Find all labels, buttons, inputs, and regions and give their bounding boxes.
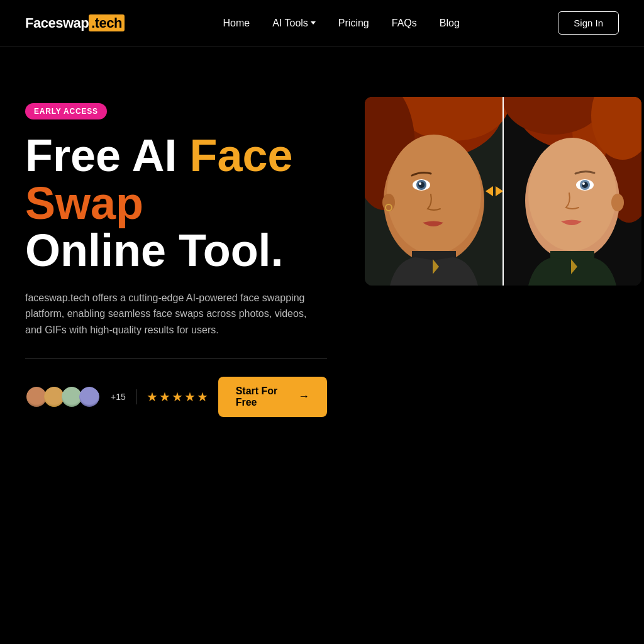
arrow-right-icon bbox=[496, 186, 503, 196]
nav-link-ai-tools[interactable]: AI Tools bbox=[272, 18, 316, 29]
comparison-handle[interactable] bbox=[486, 186, 503, 196]
nav-item-ai-tools[interactable]: AI Tools bbox=[272, 18, 316, 29]
arrow-right-icon: → bbox=[298, 390, 309, 403]
svg-point-25 bbox=[611, 194, 624, 211]
vertical-divider bbox=[136, 389, 136, 404]
hero-left: EARLY ACCESS Free AI Face Swap Online To… bbox=[25, 97, 327, 417]
nav-item-home[interactable]: Home bbox=[223, 18, 250, 29]
avatar bbox=[78, 386, 101, 408]
nav-item-pricing[interactable]: Pricing bbox=[338, 18, 369, 29]
svg-point-22 bbox=[582, 182, 588, 188]
hero-title-orange-red: Swap bbox=[25, 178, 143, 228]
nav-link-pricing[interactable]: Pricing bbox=[338, 18, 369, 28]
social-proof: +15 ★ ★ ★ ★ ★ Start For Free → bbox=[25, 377, 327, 417]
nav-link-blog[interactable]: Blog bbox=[440, 18, 460, 28]
nav-link-faqs[interactable]: FAQs bbox=[392, 18, 417, 28]
cta-label: Start For Free bbox=[236, 386, 292, 408]
image-comparison[interactable] bbox=[365, 97, 641, 286]
hero-title-white1: Free AI bbox=[25, 130, 189, 180]
star-2: ★ bbox=[159, 389, 170, 404]
navbar: Faceswap.tech Home AI Tools Pricing FAQs… bbox=[0, 0, 644, 47]
hero-description: faceswap.tech offers a cutting-edge AI-p… bbox=[25, 290, 314, 338]
logo[interactable]: Faceswap.tech bbox=[25, 15, 125, 31]
hero-title-white2: Online Tool. bbox=[25, 225, 284, 275]
hero-divider bbox=[25, 358, 327, 359]
nav-links: Home AI Tools Pricing FAQs Blog bbox=[223, 18, 460, 29]
nav-link-home[interactable]: Home bbox=[223, 18, 250, 28]
svg-point-19 bbox=[419, 182, 421, 185]
svg-point-18 bbox=[418, 182, 425, 188]
hero-section: EARLY ACCESS Free AI Face Swap Online To… bbox=[0, 47, 644, 455]
svg-point-15 bbox=[528, 138, 616, 251]
svg-point-24 bbox=[382, 194, 395, 211]
logo-text-accent: .tech bbox=[89, 14, 125, 31]
star-5: ★ bbox=[197, 389, 208, 404]
sign-in-button[interactable]: Sign In bbox=[558, 11, 619, 35]
user-count: +15 bbox=[111, 392, 126, 402]
hero-title: Free AI Face Swap Online Tool. bbox=[25, 132, 327, 275]
chevron-down-icon bbox=[311, 21, 316, 25]
early-access-badge: EARLY ACCESS bbox=[25, 103, 107, 119]
logo-text-main: Faceswap bbox=[25, 15, 89, 31]
svg-point-23 bbox=[582, 182, 585, 185]
arrow-left-icon bbox=[486, 186, 493, 196]
svg-point-13 bbox=[387, 135, 481, 254]
hero-right bbox=[365, 97, 641, 286]
hero-title-orange: Face bbox=[189, 130, 292, 180]
star-rating: ★ ★ ★ ★ ★ bbox=[147, 389, 208, 404]
avatar-group bbox=[25, 386, 101, 408]
star-3: ★ bbox=[172, 389, 183, 404]
star-4: ★ bbox=[184, 389, 196, 404]
cta-button[interactable]: Start For Free → bbox=[218, 377, 327, 417]
nav-item-blog[interactable]: Blog bbox=[440, 18, 460, 29]
star-1: ★ bbox=[147, 389, 158, 404]
nav-item-faqs[interactable]: FAQs bbox=[392, 18, 417, 29]
